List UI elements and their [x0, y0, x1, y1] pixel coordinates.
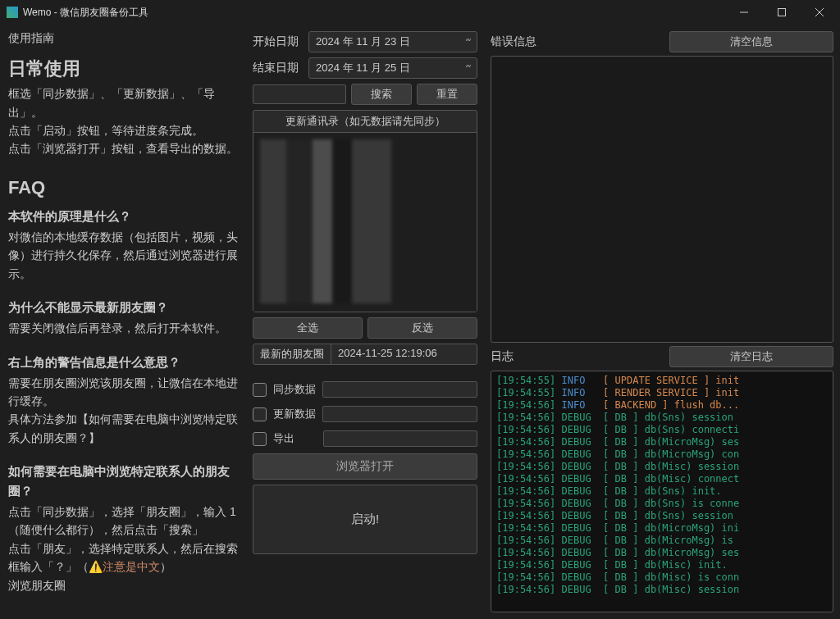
clear-error-button[interactable]: 清空信息 — [669, 31, 833, 52]
doc-a3: 需要在朋友圈浏览该朋友圈，让微信在本地进行缓存。 具体方法参加【如何需要在电脑中… — [8, 374, 238, 448]
update-label: 更新数据 — [273, 407, 316, 421]
log-line: [19:54:56] DEBUG [ DB ] db(Misc) is conn — [496, 571, 828, 584]
guide-heading: 使用指南 — [8, 31, 238, 46]
export-label: 导出 — [273, 431, 294, 446]
clear-log-button[interactable]: 清空日志 — [669, 346, 833, 367]
log-line: [19:54:56] DEBUG [ DB ] db(MicroMsg) ses — [496, 436, 828, 448]
doc-q4: 如何需要在电脑中浏览特定联系人的朋友圈？ — [8, 462, 238, 501]
app-icon — [7, 7, 18, 18]
titlebar: Wemo - 微信朋友圈备份工具 — [0, 0, 840, 25]
latest-label: 最新的朋友圈 — [253, 344, 331, 364]
controls-panel: 开始日期 2024 年 11 月 23 日 ˄˅ 结束日期 2024 年 11 … — [246, 25, 484, 619]
contacts-box-title: 更新通讯录（如无数据请先同步） — [253, 111, 477, 133]
doc-a2: 需要关闭微信后再登录，然后打开本软件。 — [8, 319, 238, 337]
latest-value: 2024-11-25 12:19:06 — [331, 344, 477, 364]
update-progress — [322, 406, 477, 422]
chevron-updown-icon: ˄˅ — [465, 64, 470, 73]
svg-rect-0 — [778, 9, 786, 16]
update-checkbox[interactable] — [253, 407, 267, 421]
log-label: 日志 — [491, 349, 541, 364]
search-input[interactable] — [253, 84, 346, 104]
log-line: [19:54:56] DEBUG [ DB ] db(Sns) session — [496, 412, 828, 424]
end-date-label: 结束日期 — [253, 61, 304, 75]
start-button[interactable]: 启动! — [253, 485, 477, 554]
reset-button[interactable]: 重置 — [417, 84, 477, 105]
log-line: [19:54:56] DEBUG [ DB ] db(Misc) session — [496, 584, 828, 596]
window-title: Wemo - 微信朋友圈备份工具 — [23, 6, 725, 20]
select-inverse-button[interactable]: 反选 — [368, 317, 477, 339]
guide-panel: 使用指南 日常使用 框选「同步数据」、「更新数据」、「导出」。 点击「启动」按钮… — [0, 25, 246, 619]
maximize-button[interactable] — [763, 0, 801, 25]
latest-moments-field: 最新的朋友圈 2024-11-25 12:19:06 — [253, 344, 477, 365]
doc-q1: 本软件的原理是什么？ — [8, 207, 238, 226]
log-line: [19:54:56] DEBUG [ DB ] db(Sns) is conne — [496, 498, 828, 510]
search-button[interactable]: 搜索 — [351, 84, 412, 105]
log-panel: 错误信息 清空信息 日志 清空日志 [19:54:55] INFO [ UPDA… — [484, 25, 840, 619]
sync-progress — [322, 381, 477, 398]
close-button[interactable] — [801, 0, 838, 25]
log-line: [19:54:56] DEBUG [ DB ] db(MicroMsg) ini — [496, 522, 828, 535]
browser-open-button[interactable]: 浏览器打开 — [253, 453, 477, 480]
start-date-label: 开始日期 — [253, 34, 304, 49]
doc-q3: 右上角的警告信息是什么意思？ — [8, 353, 238, 372]
log-line: [19:54:56] DEBUG [ DB ] db(Misc) init. — [496, 559, 828, 571]
doc-a4: 点击「同步数据」，选择「朋友圈」，输入 1（随便什么都行），然后点击「搜索」 点… — [8, 503, 238, 594]
log-line: [19:54:56] INFO [ BACKEND ] flush db... — [496, 399, 828, 412]
doc-q2: 为什么不能显示最新朋友圈？ — [8, 298, 238, 317]
log-line: [19:54:56] DEBUG [ DB ] db(Misc) connect — [496, 473, 828, 485]
export-checkbox[interactable] — [253, 432, 267, 446]
contacts-box: 更新通讯录（如无数据请先同步） — [253, 110, 477, 312]
doc-daily-text: 框选「同步数据」、「更新数据」、「导出」。 点击「启动」按钮，等待进度条完成。 … — [8, 84, 238, 158]
log-line: [19:54:56] DEBUG [ DB ] db(Sns) init. — [496, 485, 828, 498]
error-label: 错误信息 — [491, 34, 541, 49]
doc-daily-heading: 日常使用 — [8, 54, 238, 83]
sync-checkbox[interactable] — [253, 383, 267, 397]
log-line: [19:54:56] DEBUG [ DB ] db(Sns) connecti — [496, 424, 828, 436]
log-line: [19:54:55] INFO [ UPDATE SERVICE ] init — [496, 375, 828, 387]
log-line: [19:54:56] DEBUG [ DB ] db(MicroMsg) ses — [496, 547, 828, 559]
log-output[interactable]: [19:54:55] INFO [ UPDATE SERVICE ] init[… — [491, 371, 833, 612]
warning-icon: ⚠️注意是中文 — [89, 560, 160, 573]
chevron-updown-icon: ˄˅ — [465, 38, 470, 47]
contacts-list[interactable] — [253, 133, 477, 312]
contacts-blurred — [260, 139, 391, 303]
end-date-picker[interactable]: 2024 年 11 月 25 日 ˄˅ — [308, 57, 477, 79]
log-line: [19:54:56] DEBUG [ DB ] db(MicroMsg) con — [496, 448, 828, 461]
log-line: [19:54:56] DEBUG [ DB ] db(Misc) session — [496, 461, 828, 473]
start-date-picker[interactable]: 2024 年 11 月 23 日 ˄˅ — [308, 31, 477, 52]
log-line: [19:54:56] DEBUG [ DB ] db(Sns) session — [496, 510, 828, 522]
minimize-button[interactable] — [725, 0, 763, 25]
export-progress — [323, 430, 477, 447]
select-all-button[interactable]: 全选 — [253, 317, 363, 339]
sync-label: 同步数据 — [273, 382, 316, 397]
doc-a1: 对微信的本地缓存数据（包括图片，视频，头像）进行持久化保存，然后通过浏览器进行展… — [8, 228, 238, 283]
error-output[interactable] — [491, 56, 833, 343]
doc-faq-heading: FAQ — [8, 173, 238, 202]
log-line: [19:54:55] INFO [ RENDER SERVICE ] init — [496, 387, 828, 399]
log-line: [19:54:56] DEBUG [ DB ] db(MicroMsg) is — [496, 535, 828, 547]
